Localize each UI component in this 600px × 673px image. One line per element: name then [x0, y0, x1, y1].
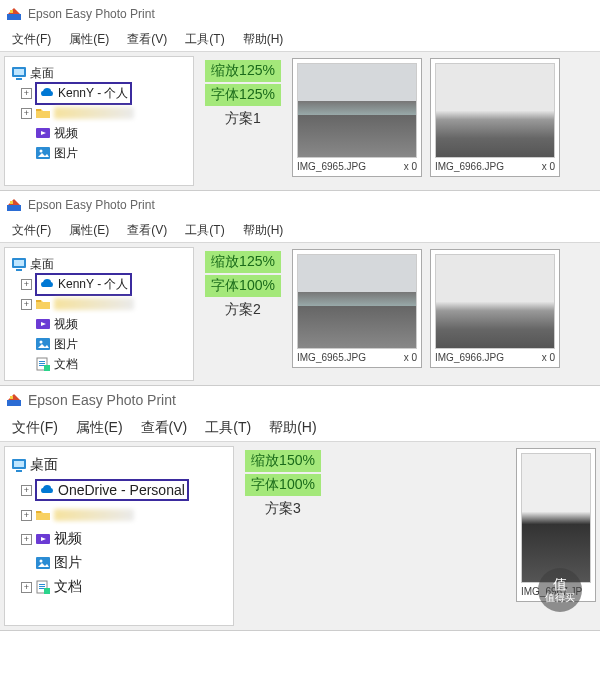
thumb-count: x 0	[404, 352, 417, 363]
menu-tools[interactable]: 工具(T)	[177, 220, 232, 241]
picture-icon	[35, 336, 51, 352]
docs-icon	[35, 356, 51, 372]
folder-tree[interactable]: 桌面 + KennY - 个人 + 视频	[4, 247, 194, 381]
tree-folder-blurred[interactable]: +	[21, 294, 189, 314]
tree-pictures[interactable]: 图片	[21, 334, 189, 354]
app-icon	[6, 197, 22, 213]
menu-file[interactable]: 文件(F)	[4, 220, 59, 241]
thumbnail[interactable]: IMG_6965.JPGx 0	[292, 58, 422, 177]
zoom-badge: 缩放125%	[205, 251, 281, 273]
menubar: 文件(F) 属性(E) 查看(V) 工具(T) 帮助(H)	[0, 414, 600, 442]
folder-icon	[35, 507, 51, 523]
badge-group: 缩放125% 字体100% 方案2	[198, 243, 288, 327]
font-badge: 字体100%	[205, 275, 281, 297]
tree-onedrive-personal[interactable]: + KennY - 个人	[21, 274, 189, 294]
thumb-name: IMG_6966.JPG	[435, 161, 504, 172]
thumb-name: IMG_6965.JPG	[297, 352, 366, 363]
font-badge: 字体100%	[245, 474, 321, 496]
menu-file[interactable]: 文件(F)	[4, 417, 66, 439]
scheme-label: 方案2	[225, 301, 261, 319]
menubar: 文件(F) 属性(E) 查看(V) 工具(T) 帮助(H)	[0, 219, 600, 243]
thumb-name: IMG_6966.JPG	[435, 352, 504, 363]
thumbnail-strip: IMG_6965.JPGx 0 IMG_6966.JPGx 0	[288, 52, 600, 183]
menu-file[interactable]: 文件(F)	[4, 29, 59, 50]
thumbnail-image	[297, 63, 417, 158]
tree-docs[interactable]: 文档	[21, 354, 189, 374]
badge-group: 缩放125% 字体125% 方案1	[198, 52, 288, 136]
tree-docs[interactable]: + 文档	[21, 575, 229, 599]
expander-icon[interactable]: +	[21, 510, 32, 521]
scheme-label: 方案1	[225, 110, 261, 128]
menubar: 文件(F) 属性(E) 查看(V) 工具(T) 帮助(H)	[0, 28, 600, 52]
zoom-badge: 缩放125%	[205, 60, 281, 82]
expander-icon[interactable]: +	[21, 279, 32, 290]
expander-icon[interactable]: +	[21, 108, 32, 119]
blurred-label	[54, 509, 134, 521]
cloud-icon	[39, 85, 55, 101]
monitor-icon	[11, 457, 27, 473]
thumbnail[interactable]: IMG_6966.JPGx 0	[430, 249, 560, 368]
menu-tools[interactable]: 工具(T)	[177, 29, 232, 50]
app-icon	[6, 6, 22, 22]
thumbnail-strip: IMG_6965.JPGx 0 IMG_6966.JPGx 0	[288, 243, 600, 374]
video-icon	[35, 125, 51, 141]
watermark-symbol: 值	[553, 577, 567, 592]
zoom-badge: 缩放150%	[245, 450, 321, 472]
thumbnail[interactable]: IMG_6966.JPGx 0	[430, 58, 560, 177]
thumbnail-image	[297, 254, 417, 349]
thumb-count: x 0	[542, 352, 555, 363]
tree-desktop[interactable]: 桌面	[11, 254, 189, 274]
menu-props[interactable]: 属性(E)	[61, 29, 117, 50]
tree-onedrive-personal[interactable]: + KennY - 个人	[21, 83, 189, 103]
blurred-label	[54, 107, 134, 119]
blurred-label	[54, 298, 134, 310]
cloud-icon	[39, 482, 55, 498]
menu-view[interactable]: 查看(V)	[133, 417, 196, 439]
menu-view[interactable]: 查看(V)	[119, 29, 175, 50]
tree-desktop[interactable]: 桌面	[11, 63, 189, 83]
expander-icon[interactable]: +	[21, 299, 32, 310]
expander-icon[interactable]: +	[21, 534, 32, 545]
tree-onedrive-personal[interactable]: + OneDrive - Personal	[21, 477, 229, 503]
thumbnail[interactable]: IMG_6965.JPGx 0	[292, 249, 422, 368]
tree-folder-blurred[interactable]: +	[21, 103, 189, 123]
video-icon	[35, 316, 51, 332]
picture-icon	[35, 145, 51, 161]
cloud-icon	[39, 276, 55, 292]
tree-pictures[interactable]: 图片	[21, 551, 229, 575]
tree-video[interactable]: + 视频	[21, 527, 229, 551]
tree-desktop[interactable]: 桌面	[11, 453, 229, 477]
thumbnail-image	[435, 63, 555, 158]
app-title: Epson Easy Photo Print	[28, 198, 155, 212]
expander-icon[interactable]: +	[21, 88, 32, 99]
thumb-name: IMG_6965.JPG	[297, 161, 366, 172]
tree-pictures[interactable]: 图片	[21, 143, 189, 163]
folder-icon	[35, 105, 51, 121]
picture-icon	[35, 555, 51, 571]
tree-video[interactable]: 视频	[21, 123, 189, 143]
menu-help[interactable]: 帮助(H)	[261, 417, 324, 439]
expander-icon[interactable]: +	[21, 485, 32, 496]
expander-icon[interactable]: +	[21, 582, 32, 593]
thumb-count: x 0	[542, 161, 555, 172]
menu-tools[interactable]: 工具(T)	[197, 417, 259, 439]
highlight-box: KennY - 个人	[35, 273, 132, 296]
tree-folder-blurred[interactable]: +	[21, 503, 229, 527]
docs-icon	[35, 579, 51, 595]
folder-tree[interactable]: 桌面 + OneDrive - Personal + + 视频	[4, 446, 234, 626]
menu-props[interactable]: 属性(E)	[61, 220, 117, 241]
app-title: Epson Easy Photo Print	[28, 7, 155, 21]
titlebar: Epson Easy Photo Print	[0, 386, 600, 414]
menu-props[interactable]: 属性(E)	[68, 417, 131, 439]
menu-help[interactable]: 帮助(H)	[235, 220, 292, 241]
folder-icon	[35, 296, 51, 312]
thumb-count: x 0	[404, 161, 417, 172]
monitor-icon	[11, 256, 27, 272]
tree-video[interactable]: 视频	[21, 314, 189, 334]
menu-view[interactable]: 查看(V)	[119, 220, 175, 241]
watermark-text: 值得买	[545, 592, 575, 603]
scheme-label: 方案3	[265, 500, 301, 518]
folder-tree[interactable]: 桌面 + KennY - 个人 + 视频	[4, 56, 194, 186]
menu-help[interactable]: 帮助(H)	[235, 29, 292, 50]
thumbnail-image	[521, 453, 591, 583]
